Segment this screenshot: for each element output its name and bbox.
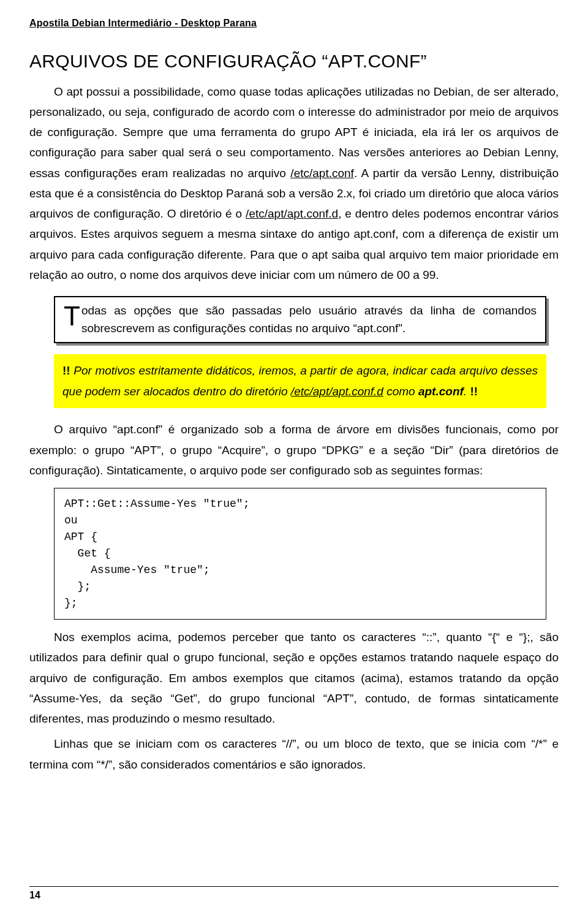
section-title: ARQUIVOS DE CONFIGURAÇÃO “APT.CONF”: [29, 45, 559, 78]
dropcap: T: [64, 302, 81, 328]
p1-text-a: O apt possui a possibilidade, como quase…: [29, 85, 559, 180]
paragraph-2: O arquivo “apt.conf” é organizado sob a …: [29, 419, 559, 480]
callout-text: odas as opções que são passadas pelo usu…: [81, 304, 537, 335]
path-etc-apt-apt-conf-d: /etc/apt/apt.conf.d: [246, 207, 338, 220]
bang-close: !!: [470, 385, 478, 398]
callout-box: T odas as opções que são passadas pelo u…: [54, 296, 546, 343]
paragraph-4: Linhas que se iniciam com os caracteres …: [29, 734, 559, 775]
running-header: Apostila Debian Intermediário - Desktop …: [29, 15, 559, 32]
footer-rule: [29, 886, 559, 887]
code-block: APT::Get::Assume-Yes "true"; ou APT { Ge…: [54, 488, 546, 620]
page-number: 14: [29, 887, 40, 904]
path-etc-apt-conf: /etc/apt.conf: [290, 167, 354, 180]
hl-bold: apt.conf: [418, 385, 464, 398]
page: Apostila Debian Intermediário - Desktop …: [0, 0, 588, 915]
bang-open: !!: [62, 364, 70, 377]
highlight-box: !! Por motivos estritamente didáticos, i…: [54, 354, 546, 408]
hl-text-c: .: [464, 385, 470, 398]
hl-text-b: como: [383, 385, 418, 398]
hl-path: /etc/apt/apt.conf.d: [291, 385, 383, 398]
paragraph-3: Nos exemplos acima, podemos perceber que…: [29, 627, 559, 729]
paragraph-1: O apt possui a possibilidade, como quase…: [29, 82, 559, 286]
